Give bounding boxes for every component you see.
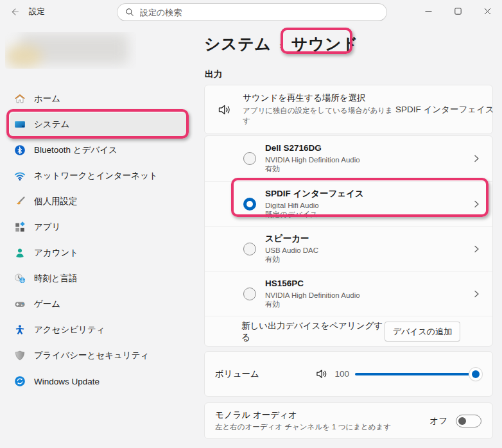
back-button[interactable] xyxy=(5,4,24,19)
slider-thumb[interactable] xyxy=(469,368,482,381)
accessibility-person-icon xyxy=(14,324,26,336)
toggle-state-label: オフ xyxy=(429,415,447,427)
gamepad-icon xyxy=(14,298,26,310)
sidebar-item-home[interactable]: ホーム xyxy=(10,87,187,110)
window-controls xyxy=(413,0,502,22)
device-name: HS156PC xyxy=(265,279,360,289)
shield-icon xyxy=(14,350,26,361)
sidebar-item-bluetooth-devices[interactable]: Bluetooth とデバイス xyxy=(10,139,187,162)
chevron-right-icon xyxy=(472,289,481,298)
sidebar-item-label: ネットワークとインターネット xyxy=(34,170,158,182)
volume-value: 100 xyxy=(334,369,349,379)
sidebar-item-label: 時刻と言語 xyxy=(34,273,78,284)
add-device-button[interactable]: デバイスの追加 xyxy=(385,322,460,341)
sidebar-item-label: システム xyxy=(34,119,69,130)
output-device-selector[interactable]: サウンドを再生する場所を選択 アプリに独自の設定をしている場合があります SPD… xyxy=(204,85,493,134)
device-desc: USB Audio DAC xyxy=(265,246,318,255)
radio-selected[interactable] xyxy=(243,198,256,211)
account-card-blurred[interactable] xyxy=(5,32,136,69)
wifi-icon xyxy=(14,170,26,182)
sidebar-item-apps[interactable]: アプリ xyxy=(10,216,187,239)
speaker-icon xyxy=(216,102,232,117)
volume-speaker-icon[interactable] xyxy=(315,367,328,381)
device-texts: SPDIF インターフェイス Digital Hifi Audio 既定のデバイ… xyxy=(265,189,364,220)
volume-controls: 100 xyxy=(315,367,481,381)
clock-globe-icon xyxy=(14,273,26,284)
selector-title: サウンドを再生する場所を選択 xyxy=(243,92,395,104)
sidebar-item-network-internet[interactable]: ネットワークとインターネット xyxy=(10,164,187,187)
sidebar-item-time-language[interactable]: 時刻と言語 xyxy=(10,267,187,290)
mono-texts: モノラル オーディオ 左と右のオーディオ チャンネルを 1 つにまとめます xyxy=(215,409,391,431)
sidebar-item-accounts[interactable]: アカウント xyxy=(10,241,187,264)
pairing-label: 新しい出力デバイスをペアリングする xyxy=(241,320,385,343)
sidebar: ホーム システム Bluetooth とデバイス ネットワークとインターネット xyxy=(0,23,204,448)
maximize-button[interactable] xyxy=(443,0,472,22)
radio-unselected[interactable] xyxy=(243,288,256,300)
device-row-hs156pc[interactable]: HS156PC NVIDIA High Definition Audio 有効 xyxy=(205,271,492,316)
close-icon xyxy=(484,8,491,15)
search-box[interactable] xyxy=(117,3,387,21)
sidebar-item-label: 個人用設定 xyxy=(34,196,78,207)
chevron-right-icon xyxy=(472,154,481,163)
bluetooth-icon xyxy=(14,144,26,156)
selector-value: SPDIF インターフェイス xyxy=(395,104,494,116)
app-title: 設定 xyxy=(29,6,45,17)
back-arrow-icon xyxy=(10,7,20,17)
device-texts: Dell S2716DG NVIDIA High Definition Audi… xyxy=(265,143,360,174)
device-texts: HS156PC NVIDIA High Definition Audio 有効 xyxy=(265,279,360,309)
output-device-list: Dell S2716DG NVIDIA High Definition Audi… xyxy=(204,135,493,347)
sidebar-item-label: アプリ xyxy=(34,221,60,233)
sidebar-item-windows-update[interactable]: Windows Update xyxy=(10,370,187,393)
sidebar-item-label: プライバシーとセキュリティ xyxy=(34,350,149,361)
mono-subtitle: 左と右のオーディオ チャンネルを 1 つにまとめます xyxy=(215,422,391,432)
breadcrumb-separator-icon: › xyxy=(279,38,283,51)
sidebar-item-system[interactable]: システム xyxy=(10,113,187,136)
device-desc: Digital Hifi Audio xyxy=(265,201,364,210)
sidebar-item-label: アクセシビリティ xyxy=(34,324,105,336)
device-status: 有効 xyxy=(265,255,318,264)
mono-audio-card: モノラル オーディオ 左と右のオーディオ チャンネルを 1 つにまとめます オフ xyxy=(204,402,493,439)
close-button[interactable] xyxy=(472,0,502,22)
breadcrumb-parent[interactable]: システム xyxy=(204,33,271,55)
output-section-heading: 出力 xyxy=(205,69,222,80)
slider-track[interactable] xyxy=(355,373,481,375)
account-blur-content xyxy=(5,32,136,69)
device-row-speakers[interactable]: スピーカー USB Audio DAC 有効 xyxy=(205,226,492,271)
sidebar-item-label: アカウント xyxy=(34,247,78,259)
device-status: 既定のデバイス xyxy=(265,210,364,219)
minimize-icon xyxy=(425,8,432,15)
volume-label: ボリューム xyxy=(215,368,259,380)
pairing-row: 新しい出力デバイスをペアリングする デバイスの追加 xyxy=(205,316,492,347)
main-content: システム › サウンド 出力 サウンドを再生する場所を選択 アプリに独自の設定を… xyxy=(204,23,493,448)
search-input[interactable] xyxy=(140,8,379,17)
selector-subtitle: アプリに独自の設定をしている場合があります xyxy=(243,106,395,126)
apps-icon xyxy=(14,221,26,233)
radio-unselected[interactable] xyxy=(243,243,256,255)
device-name: Dell S2716DG xyxy=(265,143,360,154)
sidebar-item-accessibility[interactable]: アクセシビリティ xyxy=(10,318,187,341)
device-desc: NVIDIA High Definition Audio xyxy=(265,291,360,300)
chevron-right-icon xyxy=(472,245,481,254)
minimize-button[interactable] xyxy=(413,0,443,22)
search-icon xyxy=(125,8,134,17)
breadcrumb: システム › サウンド xyxy=(204,33,358,55)
device-desc: NVIDIA High Definition Audio xyxy=(265,155,360,164)
maximize-icon xyxy=(454,8,462,15)
device-row-spdif[interactable]: SPDIF インターフェイス Digital Hifi Audio 既定のデバイ… xyxy=(205,181,492,226)
toggle-knob xyxy=(458,417,466,425)
device-status: 有効 xyxy=(265,300,360,309)
home-icon xyxy=(14,93,26,105)
sidebar-item-gaming[interactable]: ゲーム xyxy=(10,293,187,316)
device-row-dell[interactable]: Dell S2716DG NVIDIA High Definition Audi… xyxy=(205,136,492,181)
mono-toggle[interactable] xyxy=(456,415,481,427)
volume-slider[interactable] xyxy=(355,368,481,381)
brush-icon xyxy=(14,196,26,207)
sidebar-item-privacy-security[interactable]: プライバシーとセキュリティ xyxy=(10,344,187,367)
breadcrumb-current: サウンド xyxy=(291,33,358,55)
update-icon xyxy=(14,375,26,387)
sidebar-item-personalization[interactable]: 個人用設定 xyxy=(10,190,187,213)
sidebar-item-label: ゲーム xyxy=(34,298,60,310)
sidebar-item-label: Windows Update xyxy=(34,377,100,386)
radio-unselected[interactable] xyxy=(243,152,256,165)
account-icon xyxy=(14,247,26,259)
